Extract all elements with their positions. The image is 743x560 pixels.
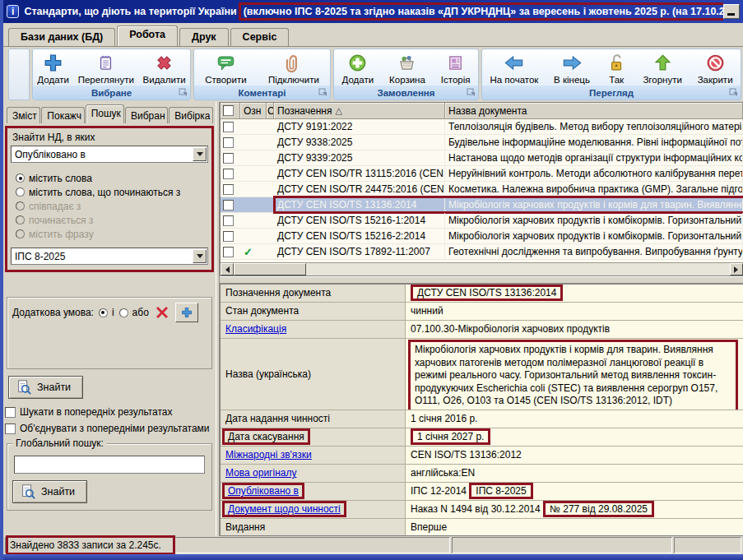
- table-row-selected[interactable]: ДСТУ CEN ISO/TS 13136:2014Мікробіологія …: [221, 197, 743, 213]
- row-checkbox[interactable]: [221, 197, 240, 212]
- validity-document-link[interactable]: Документ щодо чинності: [228, 503, 341, 515]
- row-checkbox[interactable]: [221, 166, 240, 181]
- table-row[interactable]: ✓ДСТУ CEN ISO/TS 17892-11:2007Геотехнічн…: [221, 244, 743, 260]
- menu-tab-bar: Бази даних (БД) Робота Друк Сервіс: [3, 23, 743, 46]
- go-start-button[interactable]: На початок: [486, 51, 541, 86]
- detail-value: 1 січня 2016 р.: [406, 410, 743, 428]
- dialog-launcher-icon[interactable]: [729, 88, 738, 97]
- create-comment-button[interactable]: Створити: [202, 51, 249, 86]
- yes-lock-button[interactable]: Так: [602, 51, 631, 86]
- global-find-button[interactable]: Знайти: [12, 480, 87, 503]
- scrollbar-thumb[interactable]: [234, 263, 306, 275]
- sidebar-tab-search[interactable]: Пошук: [86, 104, 124, 123]
- field-select-value: Опубліковано в: [12, 149, 192, 160]
- cell-name: Настанова щодо методів організації струк…: [445, 150, 743, 165]
- add-order-button[interactable]: Додати: [338, 51, 377, 86]
- classification-link[interactable]: Класифікація: [225, 323, 286, 335]
- add-favorite-button[interactable]: Додати: [34, 51, 72, 86]
- value-select[interactable]: ІПС 8-2025: [11, 248, 208, 265]
- cell-code: ДСТУ CEN ISO/TS 13136:2014: [274, 197, 445, 212]
- checkbox-union-previous[interactable]: Об'єднувати з попередніми результатами: [5, 420, 214, 437]
- dialog-launcher-icon[interactable]: [467, 88, 476, 97]
- window-title: Стандарти, що діють на території України…: [24, 2, 723, 21]
- row-checkbox[interactable]: [221, 213, 240, 228]
- sidebar-tab-index[interactable]: Покажч: [41, 107, 84, 123]
- detail-value-annotated: ДСТУ CEN ISO/TS 13136:2014: [411, 285, 563, 301]
- value-select-value: ІПС 8-2025: [12, 251, 192, 262]
- detail-label: Дата скасування: [221, 428, 406, 446]
- detail-value: ДСТУ CEN ISO/TS 13136:2014: [406, 285, 743, 302]
- published-in-link[interactable]: Опубліковано в: [228, 485, 299, 497]
- ribbon-group-view: На початок В кінець Так Згорнути Закрити: [481, 49, 741, 100]
- status-panel-results: Знайдено 3833 записи за 2.245с.: [5, 537, 450, 553]
- history-button[interactable]: Історія: [438, 51, 474, 86]
- radio-or[interactable]: або: [119, 306, 149, 320]
- table-row[interactable]: ДСТУ CEN ISO/TR 13115:2016 (CENНеруйнівн…: [221, 166, 743, 182]
- minimize-button[interactable]: [723, 4, 740, 19]
- document-details: Позначення документа ДСТУ CEN ISO/TS 131…: [220, 284, 743, 536]
- tab-databases[interactable]: Бази даних (БД): [8, 28, 115, 46]
- global-search-input[interactable]: [14, 456, 205, 474]
- content-area: Озн С Позначення△ Назва документа ДСТУ 9…: [220, 102, 743, 536]
- row-checkbox[interactable]: [221, 150, 240, 165]
- international-links-link[interactable]: Міжнародні зв'язки: [225, 449, 312, 460]
- sidebar-tab-selected[interactable]: Вибран: [125, 107, 168, 123]
- checkbox-icon: [223, 215, 234, 226]
- remove-condition-icon[interactable]: [154, 304, 170, 321]
- row-checkbox[interactable]: [221, 119, 240, 134]
- scroll-right-icon[interactable]: [730, 263, 743, 275]
- sidebar-tab-selection[interactable]: Вибірка: [169, 107, 213, 123]
- header-extra[interactable]: С: [267, 103, 274, 118]
- table-body: ДСТУ 9191:2022Теплоізоляція будівель. Ме…: [221, 119, 743, 262]
- sidebar-tab-contents[interactable]: Зміст: [7, 107, 40, 123]
- view-favorite-button[interactable]: Переглянути: [75, 51, 137, 86]
- table-row[interactable]: ДСТУ CEN ISO/TR 24475:2016 (CENКосметика…: [221, 182, 743, 197]
- close-button[interactable]: Закрити: [694, 51, 736, 86]
- row-checkbox[interactable]: [221, 182, 240, 197]
- go-end-button[interactable]: В кінець: [550, 51, 593, 86]
- dialog-launcher-icon[interactable]: [318, 88, 327, 97]
- checkbox-search-previous[interactable]: Шукати в попередніх результатах: [5, 404, 214, 420]
- detail-value: Вперше: [406, 519, 743, 536]
- match-mode-radios: містить слова містить слова, що починают…: [16, 171, 208, 241]
- ribbon-group-orders: Додати Корзина Історія Замовлення: [333, 49, 479, 100]
- checkbox-icon: [223, 137, 234, 148]
- table-row[interactable]: ДСТУ 9191:2022Теплоізоляція будівель. Ме…: [221, 119, 743, 135]
- radio-starts-with-words[interactable]: містить слова, що починаються з: [16, 185, 208, 199]
- attach-comment-button[interactable]: Підключити: [265, 51, 323, 86]
- scroll-left-icon[interactable]: [221, 263, 234, 275]
- table-row[interactable]: ДСТУ 9338:2025Будівельне інформаційне мо…: [221, 135, 743, 150]
- row-checkbox[interactable]: [221, 244, 240, 259]
- horizontal-scrollbar[interactable]: [221, 262, 743, 275]
- tab-print[interactable]: Друк: [179, 28, 229, 46]
- radio-contains-words[interactable]: містить слова: [16, 171, 208, 185]
- find-button[interactable]: Знайти: [8, 376, 83, 399]
- table-row[interactable]: ДСТУ CEN ISO/TS 15216-2:2014Мікробіологі…: [221, 229, 743, 244]
- radio-and[interactable]: і: [99, 306, 114, 320]
- chevron-down-icon[interactable]: [193, 147, 207, 161]
- row-checkbox[interactable]: [221, 229, 240, 243]
- button-label: Так: [609, 75, 624, 85]
- add-condition-button[interactable]: [175, 303, 198, 322]
- field-select[interactable]: Опубліковано в: [11, 146, 208, 163]
- header-name[interactable]: Назва документа: [445, 103, 743, 118]
- collapse-button[interactable]: Згорнути: [639, 51, 685, 86]
- header-checkbox[interactable]: [221, 103, 240, 118]
- delete-favorite-button[interactable]: Видалити: [140, 51, 189, 86]
- group-caption: Вибране: [91, 88, 132, 98]
- original-language-link[interactable]: Мова оригіналу: [225, 467, 296, 479]
- basket-button[interactable]: Корзина: [386, 51, 429, 86]
- chevron-down-icon[interactable]: [193, 249, 207, 263]
- dialog-launcher-icon[interactable]: [179, 88, 188, 97]
- table-row[interactable]: ДСТУ 9339:2025Настанова щодо методів орг…: [221, 150, 743, 166]
- checkbox-icon: [5, 423, 16, 434]
- table-row[interactable]: ДСТУ CEN ISO/TS 15216-1:2014Мікробіологі…: [221, 213, 743, 229]
- horizontal-splitter[interactable]: [220, 276, 743, 284]
- header-mark[interactable]: Озн: [240, 103, 267, 118]
- tab-work[interactable]: Робота: [117, 25, 178, 46]
- detail-value: CEN ISO/TS 13136:2012: [406, 447, 743, 464]
- header-code[interactable]: Позначення△: [274, 103, 445, 118]
- row-checkbox[interactable]: [221, 135, 240, 150]
- plus-icon: [42, 52, 64, 74]
- tab-service[interactable]: Сервіс: [230, 28, 290, 46]
